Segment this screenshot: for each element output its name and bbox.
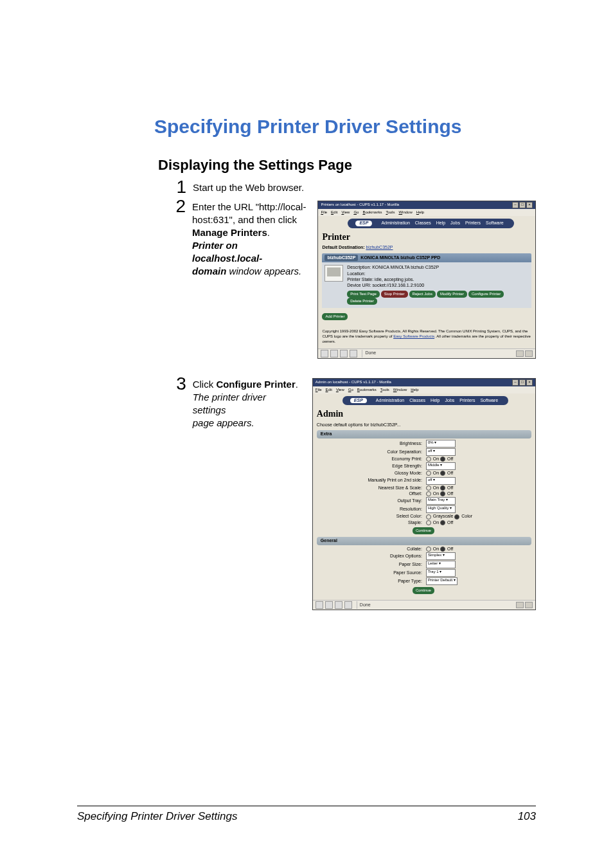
option-select[interactable]: High Quality ▾ [426,505,456,513]
radio-off[interactable] [440,491,445,496]
printer-name-link[interactable]: bizhubC352P [324,255,358,261]
radio-off[interactable] [454,514,459,520]
cups-navbar: ESP AdministrationClassesHelpJobsPrinter… [342,396,508,405]
option-label: Collate: [317,547,426,552]
option-select[interactable]: Printer Default ▾ [426,577,458,585]
menu-item[interactable]: File [321,210,327,214]
nav-tab[interactable]: Software [480,398,498,402]
radio-on[interactable] [426,520,431,525]
continue-button[interactable]: Continue [413,527,434,534]
option-select[interactable]: 0% ▾ [426,440,456,448]
option-row: Collate: On Off [317,547,531,552]
option-select[interactable]: Main Tray ▾ [426,497,456,505]
esp-link[interactable]: Easy Software Products [393,334,434,338]
menu-item[interactable]: Tools [386,210,395,214]
nav-tab[interactable]: Jobs [445,398,455,402]
radio-on[interactable] [426,514,431,520]
option-row: Edge Strength:Middle ▾ [317,462,531,470]
section-extra: Extra [317,430,531,438]
option-row: Color Separation:off ▾ [317,448,531,456]
option-select[interactable]: Letter ▾ [426,561,456,568]
menu-item[interactable]: Window [398,210,412,214]
admin-heading: Admin [317,409,531,420]
option-label: Paper Source: [317,570,426,575]
printer-action-button[interactable]: Print Test Page [347,291,380,298]
printer-action-button[interactable]: Reject Jobs [409,291,436,298]
nav-tab[interactable]: Printers [465,221,481,225]
option-value: Letter ▾ [426,561,531,568]
option-row: Select Color: Grayscale Color [317,514,531,519]
option-select[interactable]: off ▾ [426,477,456,485]
choose-options-text: Choose default options for bizhubC352P..… [317,422,531,428]
window-titlebar: Admin on localhost - CUPS v1.1.17 - Mozi… [313,379,535,386]
radio-on[interactable] [426,471,431,476]
option-value: off ▾ [426,477,531,485]
menu-item[interactable]: Edit [326,388,332,392]
status-text: Done [360,602,371,608]
menu-item[interactable]: Edit [331,210,337,214]
option-value: On Off [426,547,531,552]
default-destination-link[interactable]: bizhubC352P [366,245,393,249]
status-icon [344,601,352,609]
nav-tab[interactable]: Help [431,398,440,402]
option-select[interactable]: off ▾ [426,448,456,456]
option-row: Brightness:0% ▾ [317,440,531,448]
option-row: Manually Print on 2nd side:off ▾ [317,477,531,485]
option-select[interactable]: Middle ▾ [426,462,456,470]
radio-on[interactable] [426,547,431,552]
nav-tab[interactable]: Administration [381,221,409,225]
menu-item[interactable]: File [315,388,322,392]
option-value: On Off [426,485,531,491]
radio-off[interactable] [440,471,445,476]
browser-menubar: FileEditViewGoBookmarksToolsWindowHelp [318,209,535,216]
printer-body: Description: KONICA MINOLTA bizhub C352P… [322,262,531,308]
option-value: On Off [426,491,531,496]
menu-item[interactable]: Go [348,388,353,392]
nav-tab[interactable]: Jobs [450,221,460,225]
option-select[interactable]: Tray 1 ▾ [426,569,456,577]
menu-item[interactable]: View [341,210,350,214]
option-label: Glossy Mode: [317,471,426,476]
status-tray-icon [516,602,524,608]
printer-action-button[interactable]: Stop Printer [381,291,408,298]
printer-action-button[interactable]: Delete Printer [347,298,377,305]
option-row: Nearest Size & Scale: On Off [317,485,531,491]
menu-item[interactable]: View [336,388,344,392]
radio-off[interactable] [440,520,445,525]
option-label: Offset: [317,491,426,496]
menu-item[interactable]: Bookmarks [362,210,382,214]
radio-off[interactable] [440,457,445,462]
nav-tab[interactable]: Classes [409,398,425,402]
menu-item[interactable]: Help [411,388,418,392]
menu-item[interactable]: Go [353,210,359,214]
printer-action-button[interactable]: Configure Printer [468,291,504,298]
radio-on[interactable] [426,491,431,496]
window-title: Admin on localhost - CUPS v1.1.17 - Mozi… [315,380,391,384]
add-printer-button[interactable]: Add Printer [322,313,348,320]
radio-off[interactable] [440,485,445,491]
menu-item[interactable]: Window [393,388,407,392]
option-value: Printer Default ▾ [426,577,531,585]
nav-tab[interactable]: Printers [459,398,475,402]
option-value: Middle ▾ [426,462,531,470]
menu-item[interactable]: Help [416,210,424,214]
nav-tab[interactable]: Software [486,221,504,225]
menu-item[interactable]: Tools [380,388,389,392]
cups-navbar: ESP AdministrationClassesHelpJobsPrinter… [348,219,513,228]
printer-action-button[interactable]: Modify Printer [437,291,467,298]
option-value: Main Tray ▾ [426,497,531,505]
esp-logo: ESP [355,221,372,226]
option-label: Output Tray: [317,498,426,503]
radio-on[interactable] [426,457,431,462]
radio-off[interactable] [440,547,445,552]
nav-tab[interactable]: Classes [415,221,431,225]
printer-icon [324,265,343,282]
nav-tab[interactable]: Help [436,221,445,225]
menu-item[interactable]: Bookmarks [357,388,377,392]
option-row: Duplex Options:Simplex ▾ [317,552,531,560]
radio-on[interactable] [426,485,431,491]
printer-header: bizhubC352P KONICA MINOLTA bizhub C352P … [322,253,531,262]
continue-button[interactable]: Continue [413,587,434,594]
nav-tab[interactable]: Administration [376,398,404,402]
option-select[interactable]: Simplex ▾ [426,552,456,560]
